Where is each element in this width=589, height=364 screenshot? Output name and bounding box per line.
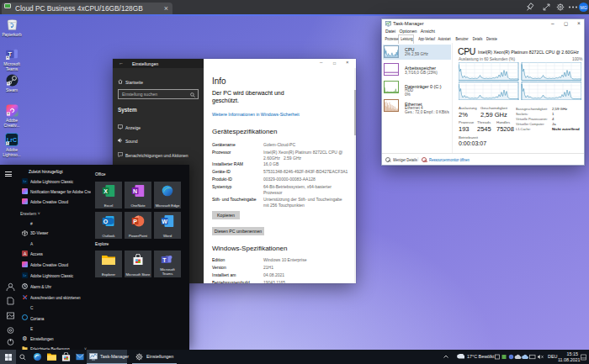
svg-text:P: P [133, 219, 137, 224]
svg-text:O: O [103, 219, 109, 224]
svg-text:X: X [103, 188, 108, 194]
svg-text:W: W [162, 219, 167, 224]
svg-text:N: N [133, 188, 137, 194]
svg-text:T: T [162, 257, 167, 263]
svg-text:MG: MG [580, 5, 586, 10]
